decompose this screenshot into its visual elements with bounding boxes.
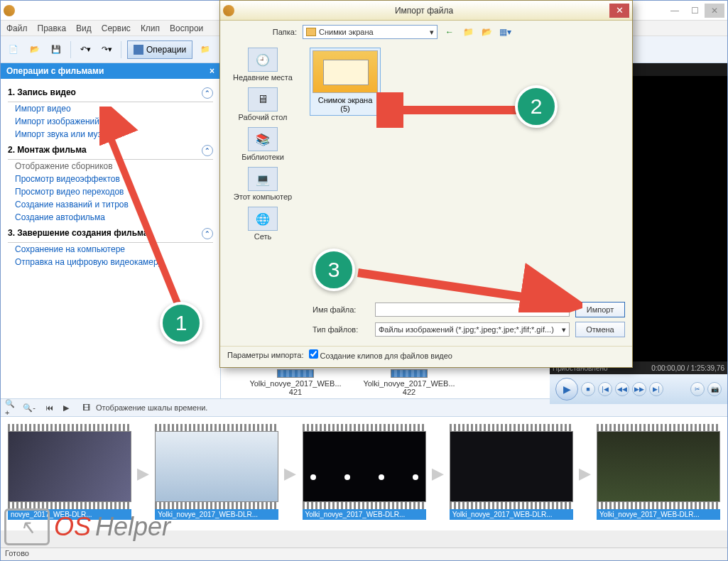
menu-file[interactable]: Файл xyxy=(6,23,28,33)
watermark: ↖ OSHelper xyxy=(4,508,170,545)
link-video-effects[interactable]: Просмотр видеоэффектов xyxy=(8,173,213,185)
import-params-label: Параметры импорта: xyxy=(227,351,303,359)
chevron-up-icon[interactable]: ⌃ xyxy=(202,228,213,239)
place-recent[interactable]: 🕘Недавние места xyxy=(227,48,298,82)
section-edit: 2. Монтаж фильма⌃ xyxy=(8,141,213,160)
menu-view[interactable]: Вид xyxy=(76,23,92,33)
step-fwd-button[interactable]: ▶▶ xyxy=(632,382,646,396)
zoom-in-button[interactable]: 🔍+ xyxy=(5,401,19,415)
link-titles[interactable]: Создание названий и титров xyxy=(8,198,213,211)
link-import-video[interactable]: Импорт видео xyxy=(8,102,213,115)
folder-label: Папка: xyxy=(226,28,297,36)
link-import-audio[interactable]: Импорт звука или музыки xyxy=(8,128,213,141)
transition-slot[interactable]: ▶ xyxy=(137,456,149,491)
save-button[interactable]: 💾 xyxy=(48,41,65,58)
open-button[interactable]: 📂 xyxy=(26,41,43,58)
storyboard-clip[interactable]: Yolki_novye_2017_WEB-DLR... xyxy=(155,424,278,523)
timecode: 0:00:00,00 / 1:25:39,76 xyxy=(651,364,724,372)
play-button[interactable]: ▶ xyxy=(555,378,578,401)
section-capture: 1. Запись видео⌃ xyxy=(8,83,213,102)
link-save-computer[interactable]: Сохранение на компьютере xyxy=(8,243,213,256)
storyboard-clip[interactable]: Yolki_novye_2017_WEB-DLR... xyxy=(597,424,720,523)
view-menu-button[interactable]: ▦▾ xyxy=(499,26,511,38)
zoom-out-button[interactable]: 🔍- xyxy=(22,401,36,415)
rewind-button[interactable]: ⏮ xyxy=(42,401,56,415)
transition-slot[interactable]: ▶ xyxy=(284,456,296,491)
filetype-label: Тип файлов: xyxy=(313,325,369,334)
dialog-titlebar: Импорт файла ✕ xyxy=(220,1,632,21)
new-folder-button[interactable]: 📂 xyxy=(480,26,493,38)
tasks-icon xyxy=(134,45,143,55)
close-icon[interactable]: × xyxy=(210,66,214,76)
link-video-transitions[interactable]: Просмотр видео переходов xyxy=(8,185,213,198)
snapshot-button[interactable]: 📷 xyxy=(707,382,722,396)
player-controls: ▶ ■ |◀ ◀◀ ▶▶ ▶| ✂ 📷 xyxy=(550,374,727,404)
app-icon xyxy=(223,5,234,16)
close-button[interactable]: ✕ xyxy=(705,4,724,18)
text-show-collections: Отображение сборников xyxy=(8,160,213,173)
import-button[interactable]: Импорт xyxy=(575,302,625,317)
stop-button[interactable]: ■ xyxy=(581,382,595,396)
new-button[interactable]: 📄 xyxy=(5,41,22,58)
transition-slot[interactable]: ▶ xyxy=(432,456,444,491)
minimize-button[interactable]: — xyxy=(665,4,685,18)
storyboard-clip[interactable]: Yolki_novye_2017_WEB-DLR... xyxy=(303,424,426,523)
folder-icon xyxy=(306,28,316,36)
maximize-button[interactable]: ☐ xyxy=(685,4,705,18)
statusbar: Готово xyxy=(1,548,727,560)
back-button[interactable]: ← xyxy=(443,26,456,38)
dialog-close-button[interactable]: ✕ xyxy=(609,4,629,18)
split-button[interactable]: ✂ xyxy=(690,382,705,396)
chevron-down-icon: ▾ xyxy=(562,305,566,315)
folder-combo[interactable]: Снимки экрана ▾ xyxy=(303,25,438,39)
cursor-icon: ↖ xyxy=(4,508,50,545)
filename-label: Имя файла: xyxy=(313,305,369,314)
prev-clip-button[interactable]: |◀ xyxy=(598,382,612,396)
next-clip-button[interactable]: ▶| xyxy=(649,382,663,396)
task-pane: Операции с фильмами × 1. Запись видео⌃ И… xyxy=(1,63,221,398)
annotation-marker-1: 1 xyxy=(160,302,202,344)
link-import-images[interactable]: Импорт изображений xyxy=(8,115,213,128)
places-bar: 🕘Недавние места 🖥Рабочий стол 📚Библиотек… xyxy=(220,43,305,299)
collection-clip[interactable]: Yolki_novye_2017_WEB... 421 xyxy=(249,369,342,396)
place-network[interactable]: 🌐Сеть xyxy=(227,207,298,241)
play-timeline-button[interactable]: ▶ xyxy=(59,401,73,415)
place-desktop[interactable]: 🖥Рабочий стол xyxy=(227,87,298,121)
transition-slot[interactable]: ▶ xyxy=(579,456,591,491)
place-this-pc[interactable]: 💻Этот компьютер xyxy=(227,167,298,201)
collection-clip[interactable]: Yolki_novye_2017_WEB... 422 xyxy=(363,369,455,396)
annotation-marker-3: 3 xyxy=(313,249,355,291)
section-finish: 3. Завершение создания фильма⌃ xyxy=(8,224,213,243)
storyboard-clip[interactable]: Yolki_novye_2017_WEB-DLR... xyxy=(450,424,573,523)
up-button[interactable]: 📁 xyxy=(462,26,474,38)
annotation-marker-2: 2 xyxy=(515,85,558,128)
step-back-button[interactable]: ◀◀ xyxy=(615,382,629,396)
chevron-up-icon[interactable]: ⌃ xyxy=(202,87,213,99)
menu-tools[interactable]: Сервис xyxy=(102,23,131,33)
file-list[interactable]: Снимок экрана (5) xyxy=(305,43,632,299)
link-automovie[interactable]: Создание автофильма xyxy=(8,211,213,224)
filetype-combo[interactable]: Файлы изображений (*.jpg;*.jpeg;*.jpe;*.… xyxy=(375,322,570,337)
file-item-selected[interactable]: Снимок экрана (5) xyxy=(310,48,381,116)
menu-play[interactable]: Воспрои xyxy=(170,23,203,33)
link-send-camera[interactable]: Отправка на цифровую видеокамеру xyxy=(8,256,213,268)
storyboard-icon[interactable]: 🎞 xyxy=(79,401,93,415)
operations-button[interactable]: Операции xyxy=(127,40,192,59)
filename-input[interactable]: ▾ xyxy=(375,303,570,317)
menu-clip[interactable]: Клип xyxy=(141,23,160,33)
cancel-button[interactable]: Отмена xyxy=(575,322,625,337)
import-file-dialog: Импорт файла ✕ Папка: Снимки экрана ▾ ← … xyxy=(219,0,633,368)
create-clips-checkbox[interactable]: Создание клипов для файлов видео xyxy=(309,349,452,360)
undo-button[interactable]: ↶▾ xyxy=(77,41,94,58)
timeline-mode-label: Отображение шкалы времени. xyxy=(96,403,207,412)
app-icon xyxy=(4,5,15,16)
task-pane-header: Операции с фильмами × xyxy=(1,63,220,79)
place-libraries[interactable]: 📚Библиотеки xyxy=(227,127,298,161)
menu-edit[interactable]: Правка xyxy=(38,23,67,33)
chevron-up-icon[interactable]: ⌃ xyxy=(202,145,213,156)
chevron-down-icon: ▾ xyxy=(430,28,434,37)
dialog-title: Импорт файла xyxy=(239,6,609,16)
collections-button[interactable]: 📁 xyxy=(197,41,214,58)
chevron-down-icon: ▾ xyxy=(562,325,566,334)
redo-button[interactable]: ↷▾ xyxy=(98,41,115,58)
